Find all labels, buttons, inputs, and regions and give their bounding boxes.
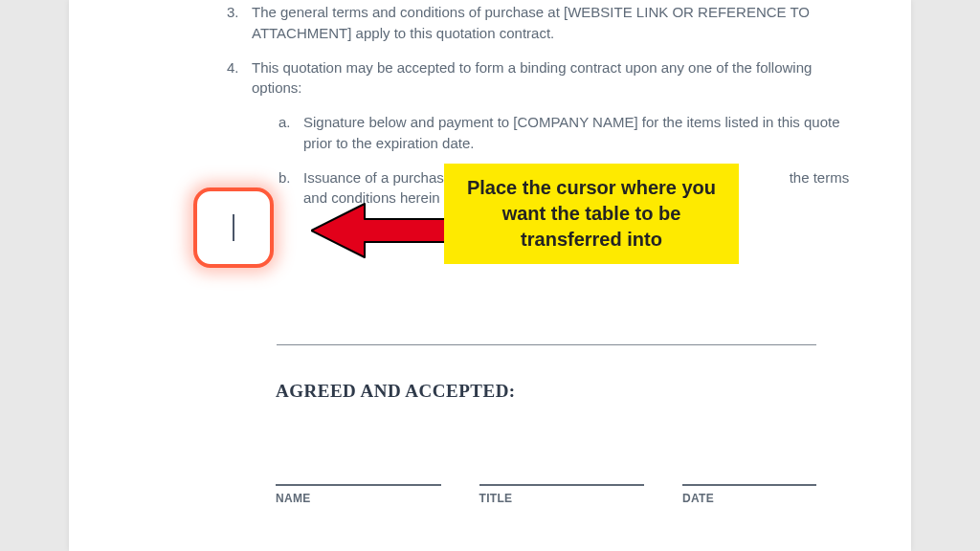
signature-date-field[interactable]: DATE [682,484,816,505]
document-page[interactable]: 3. The general terms and conditions of p… [69,0,911,551]
list-item-3: 3. The general terms and conditions of p… [227,2,854,44]
svg-marker-0 [311,204,445,257]
instruction-callout: Place the cursor where you want the tabl… [444,164,739,264]
signature-line [276,484,441,486]
sub-marker: b. [278,167,303,209]
section-divider [277,344,816,345]
signature-label: NAME [276,492,441,505]
list-text: The general terms and conditions of purc… [252,2,854,44]
sub-text: Signature below and payment to [COMPANY … [303,112,854,154]
list-marker: 3. [227,2,252,44]
signature-line [682,484,816,486]
arrow-left-icon [311,200,445,261]
agreed-section: AGREED AND ACCEPTED: NAME TITLE DATE [276,381,816,505]
signature-label: TITLE [479,492,645,505]
list-item-4-text: This quotation may be accepted to form a… [252,59,812,97]
agreed-heading: AGREED AND ACCEPTED: [276,381,816,402]
callout-text: Place the cursor where you want the tabl… [467,177,716,250]
signature-name-field[interactable]: NAME [276,484,441,505]
sub-marker: a. [278,112,303,154]
signature-row: NAME TITLE DATE [276,484,816,505]
text-cursor-icon [233,214,234,241]
signature-title-field[interactable]: TITLE [479,484,645,505]
signature-line [479,484,645,486]
sub-item-a: a. Signature below and payment to [COMPA… [278,112,854,154]
signature-label: DATE [682,492,816,505]
cursor-highlight-box[interactable] [193,187,274,268]
